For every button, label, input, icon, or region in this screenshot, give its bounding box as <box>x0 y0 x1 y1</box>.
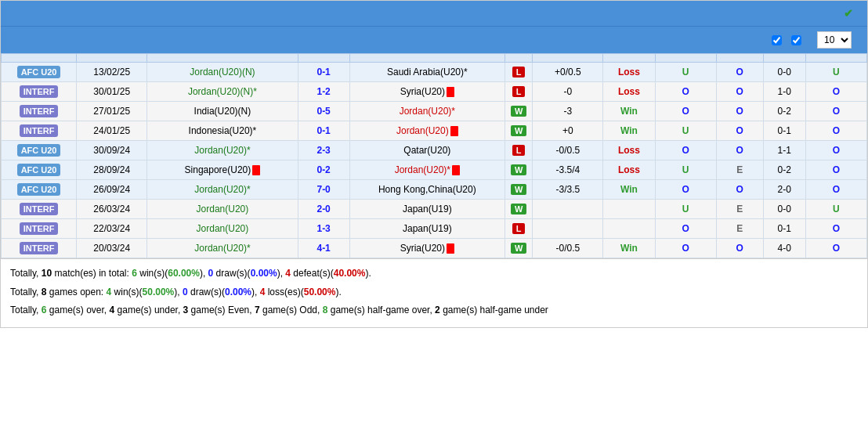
badge-cell: INTERF <box>2 239 77 258</box>
checkmark-icon: ✔ <box>844 7 853 20</box>
ou25-cell: U <box>655 63 716 82</box>
date-cell: 13/02/25 <box>77 63 147 82</box>
ou25-cell: O <box>655 239 716 258</box>
ou25-value: O <box>682 106 689 117</box>
result-score[interactable]: 1-3 <box>316 223 330 234</box>
team1-name: Jordan(U20)* <box>194 243 250 254</box>
match-badge: INTERF <box>20 203 59 215</box>
team2-cell: Qatar(U20) <box>349 141 505 160</box>
red-card-icon <box>252 165 260 175</box>
interf-checkbox[interactable] <box>772 35 782 45</box>
table-row: AFC U20 13/02/25 Jordan(U20)(N) 0-1 Saud… <box>2 63 867 82</box>
ou25-value: O <box>682 86 689 97</box>
match-badge: INTERF <box>20 124 59 137</box>
ou25-value: O <box>682 145 689 156</box>
odd-even-cell: O <box>716 141 763 160</box>
afc-u20-filter-label[interactable] <box>791 35 805 45</box>
team1-name: Jordan(U20)(N) <box>190 67 255 78</box>
odd-even-cell: O <box>716 63 763 82</box>
team1-cell: Singapore(U20) <box>147 160 298 180</box>
col-odds <box>603 54 655 63</box>
team1-name: Jordan(U20) <box>197 204 249 214</box>
match-badge: INTERF <box>20 105 59 117</box>
col-team1 <box>147 54 298 63</box>
wl-cell: L <box>505 219 532 239</box>
ou075-cell: O <box>805 219 866 239</box>
team2-name: Hong Kong,China(U20) <box>378 184 476 195</box>
result-score[interactable]: 0-5 <box>316 106 330 117</box>
result-score[interactable]: 0-2 <box>316 164 330 175</box>
date-cell: 30/01/25 <box>77 82 147 102</box>
result-cell: 0-1 <box>298 121 349 141</box>
games-select[interactable]: 5 10 15 20 25 30 <box>817 31 852 49</box>
match-badge: AFC U20 <box>17 183 61 196</box>
ht-cell: 1-0 <box>763 82 805 102</box>
col-match <box>2 54 77 63</box>
result-cell: 4-1 <box>298 239 349 258</box>
match-badge: INTERF <box>20 85 59 98</box>
team1-cell: Jordan(U20)(N) <box>147 63 298 82</box>
red-card-icon <box>452 165 460 175</box>
result-score[interactable]: 1-2 <box>316 86 330 97</box>
odds-cell: Win <box>603 121 655 141</box>
team1-name: Jordan(U20) <box>197 223 249 234</box>
team2-name: Qatar(U20) <box>403 145 450 156</box>
odd-even-cell: E <box>716 160 763 180</box>
badge-cell: INTERF <box>2 121 77 141</box>
table-row: INTERF 22/03/24 Jordan(U20) 1-3 Japan(U1… <box>2 219 867 239</box>
table-row: INTERF 30/01/25 Jordan(U20)(N)* 1-2 Syri… <box>2 82 867 102</box>
afc-u20-checkbox[interactable] <box>791 35 801 45</box>
team1-name: India(U20)(N) <box>194 106 251 117</box>
wl-badge: W <box>511 204 526 214</box>
oe-value: O <box>736 67 743 78</box>
team2-name: Japan(U19) <box>403 204 452 214</box>
oe-value: O <box>736 145 743 156</box>
result-score[interactable]: 4-1 <box>316 243 330 254</box>
date-cell: 26/03/24 <box>77 200 147 219</box>
team1-cell: Jordan(U20)* <box>147 239 298 258</box>
result-cell: 1-3 <box>298 219 349 239</box>
result-score[interactable]: 2-0 <box>316 204 330 214</box>
ht-cell: 0-1 <box>763 219 805 239</box>
display-notes-control: ✔ <box>844 7 858 20</box>
team2-cell: Syria(U20) <box>349 82 505 102</box>
ou25-cell: O <box>655 141 716 160</box>
odd-even-cell: O <box>716 82 763 102</box>
result-score[interactable]: 2-3 <box>316 145 330 156</box>
odd-even-cell: O <box>716 180 763 200</box>
handicap-cell: -0/0.5 <box>533 141 603 160</box>
ou25-value: U <box>682 204 689 214</box>
team1-cell: Jordan(U20)(N)* <box>147 82 298 102</box>
col-date <box>77 54 147 63</box>
table-row: INTERF 20/03/24 Jordan(U20)* 4-1 Syria(U… <box>2 239 867 258</box>
result-score[interactable]: 0-1 <box>316 67 330 78</box>
total-wins: 6 <box>132 268 137 279</box>
odd-even-cell: E <box>716 200 763 219</box>
handicap-cell <box>533 219 603 239</box>
interf-filter-label[interactable] <box>772 35 785 45</box>
ou075-value: O <box>833 164 840 175</box>
wl-cell: W <box>505 239 532 258</box>
handicap-cell: +0 <box>533 121 603 141</box>
main-container: ✔ 5 10 15 20 25 30 <box>0 0 868 328</box>
header-bar: ✔ <box>1 1 867 26</box>
result-score[interactable]: 7-0 <box>316 184 330 195</box>
ou25-cell: U <box>655 200 716 219</box>
even-count: 3 <box>183 305 189 315</box>
oe-value: E <box>736 204 743 214</box>
team2-name: Jordan(U20)* <box>400 106 455 117</box>
handicap-cell <box>533 200 603 219</box>
odds-value: Win <box>620 243 638 254</box>
team1-cell: Jordan(U20) <box>147 219 298 239</box>
result-score[interactable]: 0-1 <box>316 125 330 136</box>
wl-cell: W <box>505 200 532 219</box>
odds-value: Loss <box>618 145 640 156</box>
ou25-cell: O <box>655 180 716 200</box>
handicap-cell: +0/0.5 <box>533 63 603 82</box>
ou25-value: O <box>682 223 689 234</box>
ou25-value: O <box>682 243 689 254</box>
wl-badge: W <box>511 106 526 117</box>
col-handicap <box>533 54 603 63</box>
table-row: INTERF 24/01/25 Indonesia(U20)* 0-1 Jord… <box>2 121 867 141</box>
ht-cell: 4-0 <box>763 239 805 258</box>
